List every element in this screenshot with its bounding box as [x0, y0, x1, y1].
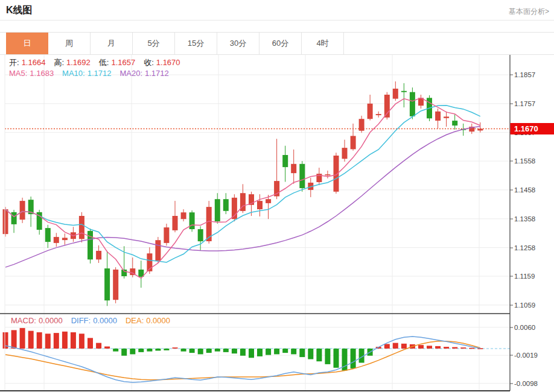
candle-body — [20, 201, 25, 220]
legend-value: 1.1664 — [22, 58, 46, 67]
macd-bar — [469, 348, 474, 349]
macd-bar — [299, 349, 305, 357]
macd-bar — [164, 349, 169, 350]
macd-bar — [444, 347, 449, 349]
kline-chart[interactable]: 1.18571.17571.16571.15581.14581.13581.12… — [0, 55, 554, 392]
legend-label: DIFF: — [71, 316, 91, 325]
macd-bar — [54, 333, 59, 349]
candle-body — [477, 129, 483, 131]
candle-body — [3, 209, 8, 234]
price-axis-label: 1.1159 — [514, 273, 535, 280]
title-divider — [0, 20, 554, 21]
tab-15min[interactable]: 15分 — [175, 33, 217, 54]
legend-value: 1.1692 — [66, 58, 91, 67]
dea-line — [5, 341, 480, 380]
macd-axis-label: -0.0098 — [514, 380, 538, 387]
macd-bar — [11, 330, 17, 349]
tab-60min[interactable]: 60分 — [259, 33, 302, 54]
macd-bar — [232, 349, 237, 353]
macd-bar — [113, 349, 118, 352]
macd-bar — [418, 345, 424, 349]
macd-bar — [274, 349, 279, 354]
macd-bar — [37, 332, 42, 349]
candle-body — [368, 104, 373, 119]
tab-5min[interactable]: 5分 — [133, 33, 175, 54]
interval-tab-strip: 日周月5分15分30分60分4时 — [0, 32, 554, 55]
legend-label: DEA: — [126, 316, 144, 325]
macd-bar — [393, 343, 398, 349]
macd-bar — [240, 349, 246, 356]
ma10-line — [5, 106, 480, 262]
tab-30min[interactable]: 30分 — [217, 33, 259, 54]
macd-bar — [223, 349, 229, 352]
macd-bar — [435, 346, 441, 349]
candle-body — [299, 164, 305, 188]
candle-body — [444, 116, 449, 118]
price-axis-label: 1.1458 — [514, 186, 535, 194]
macd-bar — [138, 349, 144, 352]
macd-bar — [71, 332, 76, 349]
legend-value: 1.1657 — [111, 58, 135, 67]
macd-bar — [460, 347, 466, 349]
candle-body — [282, 155, 288, 167]
macd-bar — [62, 332, 68, 349]
candle-body — [45, 228, 51, 242]
macd-bar — [308, 349, 313, 359]
candle-body — [11, 212, 17, 224]
legend-label: 收: — [144, 58, 154, 67]
current-price-tag-value: 1.1670 — [514, 124, 538, 133]
legend-label: 高: — [54, 58, 64, 67]
macd-bar — [206, 349, 212, 353]
candle-body — [155, 240, 161, 261]
tab-month[interactable]: 月 — [91, 33, 133, 54]
candle-body — [215, 199, 220, 221]
macd-bar — [257, 349, 263, 356]
candle-body — [104, 268, 110, 300]
candle-body — [164, 227, 169, 243]
candle-body — [173, 216, 178, 230]
macd-bar — [20, 328, 25, 349]
tab-week[interactable]: 周 — [48, 33, 91, 54]
legend-label: 低: — [99, 58, 109, 67]
macd-bar — [130, 349, 135, 354]
diff-line — [5, 337, 480, 382]
candle-body — [257, 201, 263, 209]
candle-body — [351, 136, 356, 149]
legend-label: MA20: — [119, 69, 142, 78]
candle-body — [189, 212, 195, 229]
tab-4hour[interactable]: 4时 — [302, 33, 344, 54]
candle-body — [376, 114, 381, 115]
price-axis-label: 1.1059 — [514, 302, 535, 309]
macd-bar — [215, 349, 220, 352]
kline-page: { "header": { "title": "K线图", "link": "基… — [0, 0, 554, 392]
legend-label: MA5: — [9, 69, 27, 78]
fundamental-analysis-link[interactable]: 基本面分析> — [509, 7, 549, 17]
legend-value: 0.0000 — [146, 316, 170, 325]
macd-bar — [452, 347, 457, 349]
macd-legend: MACD:0.0000DIFF:0.0000DEA:0.0000 — [11, 316, 179, 325]
legend-label: 开: — [9, 58, 19, 67]
macd-bar — [282, 349, 288, 353]
candle-body — [198, 229, 203, 241]
macd-axis-label: 0.0060 — [514, 324, 535, 331]
macd-bar — [334, 349, 339, 368]
legend-value: 1.1683 — [30, 69, 54, 78]
chart-canvas[interactable]: 1.18571.17571.16571.15581.14581.13581.12… — [0, 55, 554, 392]
candle-body — [96, 251, 101, 259]
ma-legend: MA5:1.1683MA10:1.1712MA20:1.1712 — [9, 69, 177, 78]
macd-bar — [155, 349, 161, 351]
macd-bar — [147, 349, 152, 352]
legend-label: MA10: — [62, 69, 85, 78]
macd-axis-label: -0.0019 — [514, 352, 538, 359]
tab-day[interactable]: 日 — [6, 33, 48, 54]
ohlc-legend: 开:1.1664高:1.1692低:1.1657收:1.1670 — [9, 57, 189, 68]
macd-bar — [45, 334, 51, 349]
candle-body — [435, 112, 441, 121]
macd-bar — [28, 331, 34, 349]
candle-body — [401, 91, 407, 92]
macd-bar — [427, 346, 432, 349]
candle-body — [113, 270, 118, 300]
candle-body — [266, 199, 271, 203]
price-axis-label: 1.1857 — [514, 71, 535, 78]
macd-bar — [401, 344, 407, 349]
